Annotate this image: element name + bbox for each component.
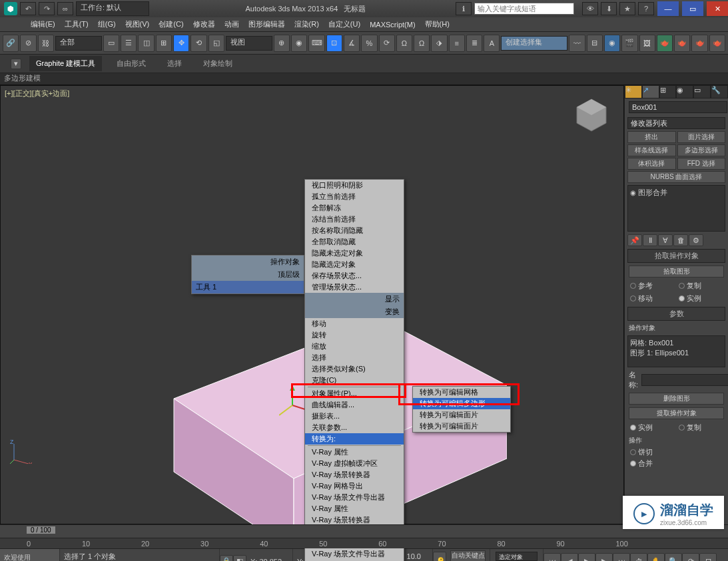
quad-left-tool[interactable]: 工具 1 [192, 281, 304, 293]
time-config-icon[interactable]: ⏱ [630, 553, 647, 562]
render-prod-icon[interactable]: 🫖 [691, 35, 707, 52]
play-icon[interactable]: ▶ [578, 553, 595, 562]
link-icon[interactable]: ∞ [57, 2, 73, 15]
qi-unhide-name[interactable]: 按名称取消隐藏 [305, 225, 404, 236]
align-icon[interactable]: ≡ [449, 35, 465, 52]
named-sel-icon[interactable]: Ω [414, 35, 430, 52]
qi-freeze-sel[interactable]: 冻结当前选择 [305, 214, 404, 225]
minimize-button[interactable]: — [657, 1, 679, 16]
help-icon[interactable]: ? [638, 2, 654, 15]
ribbon-min-icon[interactable]: ▾ [11, 59, 21, 69]
mirror-icon[interactable]: ⬗ [431, 35, 447, 52]
rotate-icon[interactable]: ⟲ [190, 35, 206, 52]
btn-extract-operand[interactable]: 提取操作对象 [629, 407, 724, 419]
ribbon-tab-paint[interactable]: 对象绘制 [196, 56, 239, 71]
qi-hide-sel[interactable]: 隐藏选定对象 [305, 259, 404, 270]
radio-copy[interactable] [679, 283, 685, 289]
timeline[interactable]: 0 / 100 [0, 524, 728, 538]
operand-name-input[interactable] [641, 374, 728, 386]
abc-icon[interactable]: A [484, 35, 500, 52]
menu-render[interactable]: 渲染(R) [290, 18, 323, 31]
schematic-icon[interactable]: ⊟ [587, 35, 603, 52]
modifier-list-dropdown[interactable]: 修改器列表 [627, 117, 725, 129]
pin-stack-icon[interactable]: 📌 [627, 234, 642, 246]
cmd-tab-display[interactable]: ▭ [693, 85, 711, 98]
next-frame-icon[interactable]: ▶ [595, 553, 613, 562]
time-ruler[interactable]: 0102030405060708090100 [0, 538, 728, 548]
max-viewport-icon[interactable]: ⊡ [699, 553, 717, 562]
zoom-icon[interactable]: 🔍 [665, 553, 682, 562]
make-unique-icon[interactable]: ∀ [658, 234, 673, 246]
spinner-snap-icon[interactable]: ⟳ [379, 35, 395, 52]
qi-obj-props[interactable]: 对象属性(P)... [305, 388, 404, 399]
close-button[interactable]: ✕ [707, 1, 728, 16]
sub-editable-patch[interactable]: 转换为可编辑面片 [413, 409, 510, 421]
menu-animation[interactable]: 动画 [220, 18, 243, 31]
angle-snap-icon[interactable]: ∡ [344, 35, 360, 52]
key-filters-sel[interactable]: 选定对象 [496, 552, 538, 561]
qi-vray-4[interactable]: V-Ray 场景文件导出器 [305, 492, 404, 503]
qi-hide-unsel[interactable]: 隐藏未选定对象 [305, 248, 404, 259]
radio-inst2[interactable] [630, 425, 636, 431]
goto-end-icon[interactable]: ⏭ [613, 553, 630, 562]
percent-snap-icon[interactable]: % [361, 35, 377, 52]
render-iter-icon[interactable]: 🫖 [709, 35, 725, 52]
select-name-icon[interactable]: ☰ [121, 35, 137, 52]
object-name-input[interactable] [629, 101, 727, 113]
ref-coord-dropdown[interactable]: 视图 [226, 36, 272, 51]
show-result-icon[interactable]: Ⅱ [643, 234, 657, 246]
auto-key-button[interactable]: 自动关键点 [450, 550, 486, 561]
radio-merge[interactable] [630, 461, 636, 467]
key-mode-icon[interactable]: 🔑 [433, 552, 446, 562]
menu-group[interactable]: 组(G) [94, 18, 120, 31]
cmd-tab-modify[interactable]: ↗ [642, 85, 659, 98]
quick-render-icon[interactable]: 🫖 [674, 35, 690, 52]
qi-vray-9[interactable]: V-Ray 场景文件导出器 [305, 548, 404, 560]
qi-vray-0[interactable]: V-Ray 属性 [305, 447, 404, 458]
material-editor-icon[interactable]: ◉ [604, 35, 620, 52]
qi-dope-sheet[interactable]: 摄影表... [305, 411, 404, 422]
ref-coord-icon[interactable]: Ω [396, 35, 412, 52]
btn-nurbs-select[interactable]: NURBS 曲面选择 [627, 171, 725, 183]
ribbon-tab-graphite[interactable]: Graphite 建模工具 [29, 56, 102, 71]
menu-graph[interactable]: 图形编辑器 [244, 18, 289, 31]
rollout-pick[interactable]: 拾取操作对象 [627, 249, 725, 263]
cmd-tab-utilities[interactable]: 🔧 [711, 85, 728, 98]
selection-filter[interactable]: 全部 [55, 36, 102, 51]
select-icon[interactable]: ▭ [103, 35, 119, 52]
bind-icon[interactable]: ⛓ [38, 35, 54, 52]
menu-modifiers[interactable]: 修改器 [189, 18, 219, 31]
cmd-tab-motion[interactable]: ◉ [676, 85, 693, 98]
btn-ffd-select[interactable]: FFD 选择 [677, 158, 726, 170]
maximize-button[interactable]: ▭ [682, 1, 703, 16]
radio-cookie[interactable] [630, 449, 636, 455]
app-logo[interactable]: ⬢ [4, 2, 17, 15]
qi-vray-5[interactable]: V-Ray 属性 [305, 503, 404, 514]
viewcube[interactable] [573, 95, 610, 132]
radio-copy2[interactable] [679, 425, 685, 431]
sub-editable-patch2[interactable]: 转换为可编辑面片 [413, 421, 510, 432]
ribbon-tab-freeform[interactable]: 自由形式 [110, 56, 153, 71]
qi-rotate[interactable]: 旋转 [305, 329, 404, 341]
btn-face-select[interactable]: 面片选择 [677, 131, 726, 143]
qi-move[interactable]: 移动 [305, 318, 404, 329]
qi-select-similar[interactable]: 选择类似对象(S) [305, 363, 404, 375]
undo-icon[interactable]: ↶ [20, 2, 36, 15]
radio-instance[interactable] [679, 295, 685, 301]
qi-unhide-all[interactable]: 全部取消隐藏 [305, 236, 404, 248]
qi-viewport-lighting[interactable]: 视口照明和阴影 [305, 180, 404, 191]
btn-extrude[interactable]: 挤出 [627, 131, 676, 143]
qi-vray-2[interactable]: V-Ray 场景转换器 [305, 469, 404, 480]
maxscript-listener[interactable]: 欢迎使用 MAXScr [0, 549, 60, 561]
radio-ref[interactable] [630, 283, 636, 289]
remove-mod-icon[interactable]: 🗑 [673, 234, 688, 246]
btn-vol-select[interactable]: 体积选择 [627, 158, 676, 170]
workspace-dropdown[interactable]: 工作台: 默认 [76, 1, 149, 16]
qi-clone[interactable]: 克隆(C) [305, 375, 404, 386]
manip-icon[interactable]: ◉ [291, 35, 307, 52]
subscription-icon[interactable]: ⬇ [601, 2, 617, 15]
qi-isolate[interactable]: 孤立当前选择 [305, 191, 404, 202]
pan-icon[interactable]: ✋ [647, 553, 665, 562]
menu-help[interactable]: 帮助(H) [421, 18, 454, 31]
binoculars-icon[interactable]: 👁 [582, 2, 598, 15]
